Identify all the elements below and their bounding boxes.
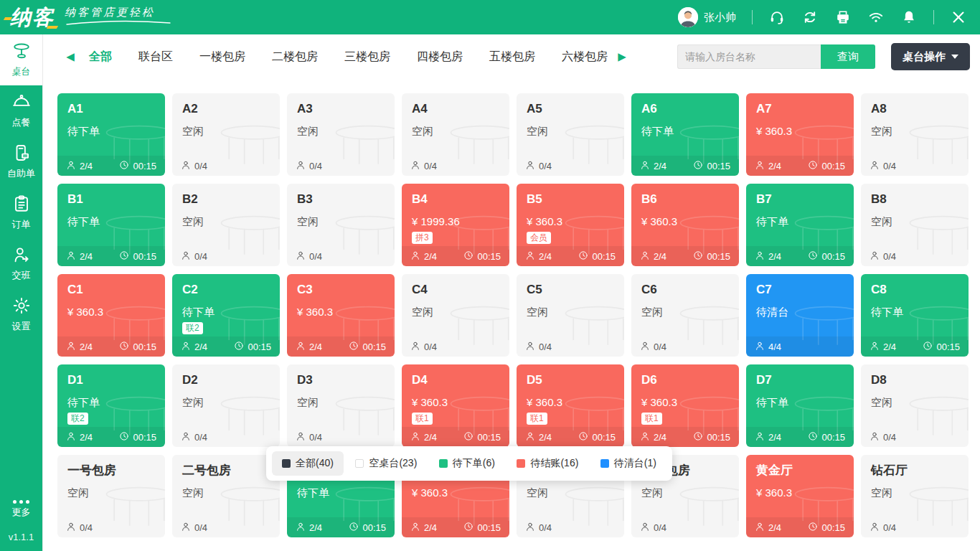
search-button[interactable]: 查询 bbox=[821, 44, 875, 69]
close-icon[interactable] bbox=[950, 9, 967, 26]
table-card[interactable]: B2空闲 0/4 bbox=[172, 184, 280, 266]
sidebar-item-orders[interactable]: 订单 bbox=[0, 187, 42, 238]
table-card[interactable]: A7¥ 360.3 2/4 00:15 bbox=[746, 93, 854, 176]
table-card[interactable]: A2空闲 0/4 bbox=[172, 93, 280, 176]
clock-icon bbox=[119, 160, 129, 172]
area-tab[interactable]: 五楼包房 bbox=[489, 50, 535, 65]
table-name: B6 bbox=[641, 192, 729, 207]
person-icon bbox=[870, 250, 880, 263]
legend-item-待结账[interactable]: 待结账(16) bbox=[507, 451, 588, 476]
person-icon bbox=[525, 160, 535, 172]
table-card[interactable]: D4¥ 360.3联1 2/4 00:15 bbox=[402, 364, 509, 447]
table-card[interactable]: B6¥ 360.3 2/4 00:15 bbox=[631, 184, 739, 266]
table-card-footer: 0/4 bbox=[287, 427, 395, 447]
table-name: D1 bbox=[67, 373, 155, 387]
sidebar-item-selforder[interactable]: 自助单 bbox=[0, 136, 42, 187]
app-version: v1.1.1 bbox=[0, 526, 42, 551]
table-card-footer: 0/4 bbox=[172, 517, 280, 537]
table-card[interactable]: 一号包房空闲 0/4 bbox=[57, 455, 165, 537]
area-tab[interactable]: 全部 bbox=[89, 50, 112, 65]
table-card[interactable]: D8空闲 0/4 bbox=[861, 364, 969, 447]
occupancy: 0/4 bbox=[525, 160, 552, 172]
area-tab[interactable]: 四楼包房 bbox=[417, 50, 463, 65]
table-card[interactable]: D2空闲 0/4 bbox=[172, 364, 280, 447]
sidebar-item-table[interactable]: 桌台 bbox=[0, 34, 42, 85]
table-card[interactable]: A6待下单 2/4 00:15 bbox=[631, 93, 739, 176]
person-icon bbox=[870, 341, 880, 353]
person-icon bbox=[755, 250, 765, 263]
table-card[interactable]: D6¥ 360.3联1 2/4 00:15 bbox=[631, 364, 739, 447]
service-icon[interactable] bbox=[768, 9, 786, 26]
table-card[interactable]: D7待下单 2/4 00:15 bbox=[746, 364, 854, 447]
table-card[interactable]: B3空闲 0/4 bbox=[287, 184, 395, 266]
area-tab[interactable]: 三楼包房 bbox=[344, 50, 390, 65]
table-card[interactable]: 钻石厅空闲 0/4 bbox=[861, 455, 969, 537]
bell-icon[interactable] bbox=[900, 9, 918, 26]
table-card[interactable]: C4空闲 0/4 bbox=[402, 274, 509, 357]
sidebar-item-settings[interactable]: 设置 bbox=[0, 289, 42, 340]
open-timer: 00:15 bbox=[578, 250, 616, 263]
table-card[interactable]: A1待下单 2/4 00:15 bbox=[57, 93, 165, 176]
table-card[interactable]: C2待下单联2 2/4 00:15 bbox=[172, 274, 280, 357]
table-card-footer: 0/4 bbox=[631, 517, 739, 537]
area-tab[interactable]: 六楼包房 bbox=[562, 50, 608, 65]
table-card[interactable]: B8空闲 0/4 bbox=[861, 184, 969, 266]
sidebar-item-label: 桌台 bbox=[12, 65, 31, 78]
table-card[interactable]: 二号包房空闲 0/4 bbox=[172, 455, 280, 537]
area-tabbar: ◀ 全部联台区一楼包房二楼包房三楼包房四楼包房五楼包房六楼包房 ▶ 查询 桌台操… bbox=[43, 34, 980, 79]
open-timer: 00:15 bbox=[234, 341, 271, 353]
legend-item-待清台[interactable]: 待清台(1) bbox=[590, 451, 666, 476]
table-card[interactable]: C7待清台 4/4 bbox=[746, 274, 854, 357]
clock-icon bbox=[463, 250, 473, 263]
legend-item-全部[interactable]: 全部(40) bbox=[272, 451, 344, 476]
table-card[interactable]: B4¥ 1999.36拼3 2/4 00:15 bbox=[402, 184, 509, 266]
open-timer: 00:15 bbox=[463, 522, 501, 534]
table-name: B7 bbox=[756, 192, 844, 207]
table-card[interactable]: C1¥ 360.3 2/4 00:15 bbox=[57, 274, 165, 357]
printer-icon[interactable] bbox=[834, 9, 852, 26]
table-card[interactable]: 黄金厅¥ 360.3 2/4 00:15 bbox=[746, 455, 854, 537]
table-card[interactable]: A5空闲 0/4 bbox=[517, 93, 624, 176]
table-card[interactable]: A3空闲 0/4 bbox=[287, 93, 395, 176]
occupancy: 2/4 bbox=[296, 341, 322, 353]
sidebar-item-label: 设置 bbox=[12, 320, 31, 333]
table-card[interactable]: C3¥ 360.3 2/4 00:15 bbox=[287, 274, 395, 357]
table-card[interactable]: D1待下单联2 2/4 00:15 bbox=[57, 364, 165, 447]
occupancy: 0/4 bbox=[181, 431, 207, 443]
table-card[interactable]: C8待下单 2/4 00:15 bbox=[861, 274, 969, 357]
table-operations-button[interactable]: 桌台操作 bbox=[891, 43, 970, 70]
occupancy: 2/4 bbox=[66, 341, 93, 353]
sync-icon[interactable] bbox=[801, 9, 819, 26]
person-icon bbox=[181, 341, 191, 353]
tabs-prev-icon[interactable]: ◀ bbox=[63, 50, 77, 63]
clock-icon bbox=[923, 341, 933, 353]
sidebar-item-more[interactable]: 更多 bbox=[0, 493, 42, 526]
user-account[interactable]: 张小帅 bbox=[678, 7, 736, 27]
table-card-footer: 2/4 00:15 bbox=[746, 246, 854, 266]
wifi-icon[interactable] bbox=[867, 9, 885, 26]
table-card[interactable]: D3空闲 0/4 bbox=[287, 364, 395, 447]
table-card[interactable]: A8空闲 0/4 bbox=[861, 93, 969, 176]
search-input[interactable] bbox=[677, 44, 821, 69]
sidebar-item-shift[interactable]: 交班 bbox=[0, 238, 42, 289]
table-name: 黄金厅 bbox=[756, 463, 844, 478]
table-card[interactable]: D5¥ 360.3联1 2/4 00:15 bbox=[517, 364, 624, 447]
table-card[interactable]: B5¥ 360.3会员 2/4 00:15 bbox=[517, 184, 624, 266]
table-card[interactable]: A4空闲 0/4 bbox=[402, 93, 509, 176]
table-card[interactable]: C5空闲 0/4 bbox=[517, 274, 624, 357]
sidebar-item-label: 自助单 bbox=[7, 167, 35, 180]
sidebar: 桌台点餐自助单订单交班设置更多v1.1.1 bbox=[0, 34, 43, 551]
legend-item-空桌台[interactable]: 空桌台(23) bbox=[345, 451, 427, 476]
tabs-next-icon[interactable]: ▶ bbox=[615, 50, 629, 63]
table-card[interactable]: C6空闲 0/4 bbox=[631, 274, 739, 357]
area-tab[interactable]: 一楼包房 bbox=[199, 50, 245, 65]
app-header: 纳客 纳客管店更轻松 张小帅 bbox=[0, 0, 980, 34]
sidebar-item-order[interactable]: 点餐 bbox=[0, 85, 42, 136]
occupancy: 0/4 bbox=[640, 522, 666, 534]
table-card[interactable]: B1待下单 2/4 00:15 bbox=[57, 184, 165, 266]
table-card[interactable]: B7待下单 2/4 00:15 bbox=[746, 184, 854, 266]
area-tab[interactable]: 二楼包房 bbox=[272, 50, 318, 65]
area-tab[interactable]: 联台区 bbox=[138, 50, 173, 65]
legend-item-待下单[interactable]: 待下单(6) bbox=[429, 451, 505, 476]
open-timer: 00:15 bbox=[808, 431, 845, 443]
